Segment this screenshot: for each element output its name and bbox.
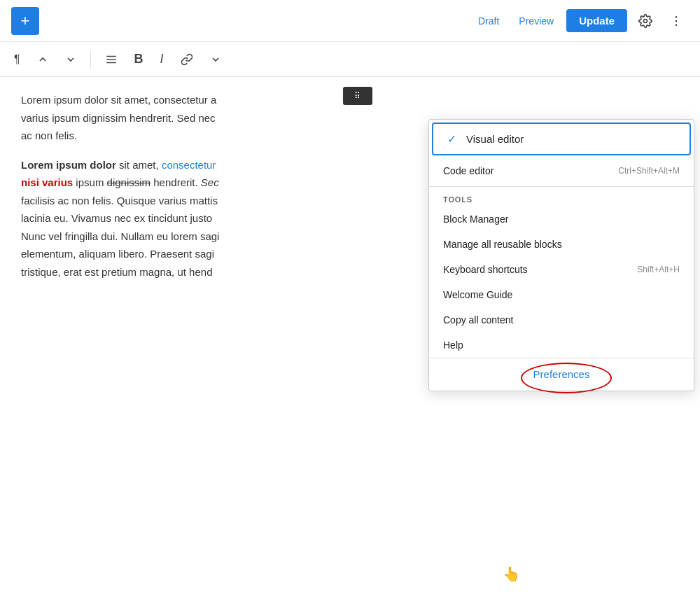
visual-editor-item[interactable]: ✓ Visual editor (432, 122, 691, 155)
code-editor-item[interactable]: Code editor Ctrl+Shift+Alt+M (429, 158, 694, 183)
preferences-label: Preferences (533, 368, 590, 380)
toolbar-separator-1 (90, 51, 91, 68)
settings-button[interactable] (633, 8, 658, 34)
top-bar: + Draft Preview Update (0, 0, 700, 42)
update-button[interactable]: Update (566, 9, 627, 32)
svg-point-3 (676, 24, 678, 26)
editor-toolbar: ¶ B I (0, 42, 700, 77)
paragraph-2: Lorem ipsum dolor sit amet, consecteturn… (21, 156, 373, 281)
block-manager-label: Block Manager (443, 214, 508, 225)
code-editor-shortcut: Ctrl+Shift+Alt+M (618, 166, 680, 176)
move-up-button[interactable] (31, 51, 54, 68)
block-handle[interactable]: ⠿ (343, 87, 372, 105)
block-handle-dots: ⠿ (354, 91, 362, 101)
content-area: ⠿ Lorem ipsum dolor sit amet, consectetu… (0, 77, 700, 306)
editor-area: ⠿ Lorem ipsum dolor sit amet, consectetu… (0, 77, 394, 306)
tools-section-label: TOOLS (429, 190, 694, 206)
more-options-button[interactable] (664, 8, 689, 34)
code-editor-label-text: Code editor (443, 165, 493, 176)
preferences-link[interactable]: Preferences (533, 368, 590, 380)
welcome-guide-item[interactable]: Welcome Guide (429, 282, 694, 307)
menu-footer: Preferences (429, 358, 694, 391)
add-block-button[interactable]: + (11, 7, 39, 35)
top-bar-right: Draft Preview Update (471, 8, 689, 34)
code-editor-label: Code editor (443, 165, 499, 176)
copy-all-item[interactable]: Copy all content (429, 307, 694, 332)
preview-button[interactable]: Preview (512, 11, 561, 31)
more-toolbar-button[interactable] (204, 51, 227, 68)
check-icon: ✓ (447, 132, 456, 146)
keyboard-shortcuts-shortcut: Shift+Alt+H (637, 265, 680, 274)
welcome-guide-label: Welcome Guide (443, 289, 512, 300)
bold-button[interactable]: B (129, 49, 149, 69)
editor-content: Lorem ipsum dolor sit amet, consectetur … (21, 91, 373, 281)
keyboard-shortcuts-label: Keyboard shortcuts (443, 264, 528, 275)
bold-text: Lorem ipsum dolor (21, 159, 116, 171)
svg-point-1 (676, 15, 678, 18)
move-down-button[interactable] (59, 51, 82, 68)
italic-text: Sec (201, 176, 219, 188)
paragraph-1: Lorem ipsum dolor sit amet, consectetur … (21, 91, 373, 145)
divider-1 (429, 186, 694, 187)
visual-editor-label: Visual editor (466, 133, 676, 145)
paragraph-button[interactable]: ¶ (8, 50, 26, 69)
top-bar-left: + (11, 7, 39, 35)
svg-point-2 (676, 20, 678, 22)
draft-button[interactable]: Draft (471, 11, 506, 31)
dropdown-menu: ✓ Visual editor Code editor Ctrl+Shift+A… (428, 119, 694, 391)
italic-button[interactable]: I (155, 49, 169, 69)
help-label: Help (443, 340, 463, 351)
red-bold-text: nisi varius (21, 176, 73, 188)
link-consectetur[interactable]: consectetur (162, 159, 216, 171)
help-item[interactable]: Help (429, 332, 694, 358)
manage-reusable-label: Manage all reusable blocks (443, 239, 562, 250)
block-manager-item[interactable]: Block Manager (429, 206, 694, 232)
keyboard-shortcuts-item[interactable]: Keyboard shortcuts Shift+Alt+H (429, 257, 694, 282)
cursor: 👆 (503, 566, 520, 582)
link-button[interactable] (175, 50, 199, 69)
svg-point-0 (644, 19, 648, 22)
copy-all-label: Copy all content (443, 314, 513, 326)
manage-reusable-item[interactable]: Manage all reusable blocks (429, 232, 694, 257)
align-button[interactable] (99, 50, 123, 69)
strikethrough-text: dignissim (107, 176, 151, 188)
